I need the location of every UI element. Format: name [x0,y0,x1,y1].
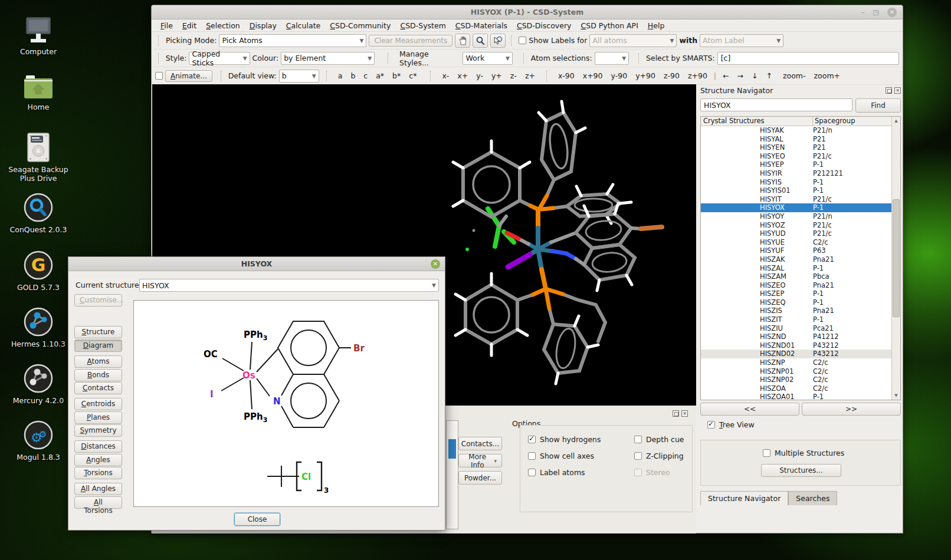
structure-row-hisyud[interactable]: HISYUDP21/c [701,229,900,238]
dialog-button-symmetry[interactable]: Symmetry [74,424,122,437]
style-set-select[interactable]: Work▼ [463,52,513,65]
structure-row-hisyen[interactable]: HISYENP21 [701,143,900,152]
colour-select[interactable]: by Element▼ [281,52,375,65]
translate-z[interactable]: z+ [521,71,539,81]
structure-row-hiszep[interactable]: HISZEPP-1 [701,289,900,298]
previous-structure-button[interactable]: << [700,403,799,416]
multiple-structures-checkbox[interactable] [763,449,770,457]
view-axis-b[interactable]: b [346,71,359,81]
structure-row-hiszis[interactable]: HISZISPna21 [701,307,900,315]
structure-row-hisyis[interactable]: HISYISP-1 [701,178,900,187]
dialog-close-icon[interactable]: ✕ [431,259,440,269]
structure-row-hisyis01[interactable]: HISYIS01P-1 [701,186,900,195]
zoom[interactable]: zoom+ [810,71,845,81]
structure-row-hisyal[interactable]: HISYALP21 [701,135,900,144]
show-labels-checkbox[interactable] [519,37,526,44]
more-info-button[interactable]: More Info▾ [458,454,502,467]
tab-structure-navigator[interactable]: Structure Navigator [700,491,788,505]
menu-csd-system[interactable]: CSD-System [396,20,450,31]
structure-row-hiszak[interactable]: HISZAKPna21 [701,255,900,264]
structure-row-hisznp01[interactable]: HISZNP01C2/c [701,367,900,376]
dialog-button-torsions[interactable]: Torsions [74,467,122,479]
dialog-button-centroids[interactable]: Centroids [74,398,122,410]
structure-row-hisznp[interactable]: HISZNPC2/c [701,358,900,367]
structure-row-hiszam[interactable]: HISZAMPbca [701,272,900,281]
column-spacegroup[interactable]: Spacegroup [813,117,900,126]
panel-close-icon[interactable]: ✕ [681,410,688,417]
scroll-up-icon[interactable]: ▲ [892,118,900,123]
view-axis-a[interactable]: a [334,71,347,81]
structure-row-hisznp02[interactable]: HISZNP02C2/c [701,375,900,384]
dialog-button-structure[interactable]: Structure [74,326,122,338]
show-cell-axes-checkbox[interactable] [528,452,536,460]
tree-view-checkbox[interactable] [707,421,715,429]
desktop-icon-mogul-1-8-3[interactable]: ⚙⚙Mogul 1.8.3 [0,420,77,462]
navigator-close-icon[interactable]: ✕ [894,87,901,94]
structure-row-hisyoz[interactable]: HISYOZP21/c [701,221,900,230]
depth-cue-checkbox[interactable] [634,436,642,443]
animate-checkbox[interactable] [155,72,163,80]
window-titlebar[interactable]: HISYOX (P-1) - CSD-System – ◳ ✕ [152,5,903,19]
structure-row-hisyit[interactable]: HISYITP21/c [701,195,900,204]
structure-row-hisyoy[interactable]: HISYOYP21/n [701,212,900,221]
next-structure-button[interactable]: >> [802,403,901,416]
dialog-button-planes[interactable]: Planes [74,411,122,424]
structure-row-hiszoa[interactable]: HISZOAC2/c [701,384,900,393]
checkbox-show-hydrogens[interactable]: Show hydrogens [528,435,634,444]
rotate-x-90[interactable]: x-90 [554,71,579,81]
dialog-titlebar[interactable]: HISYOX ✕ [68,257,445,271]
desktop-icon-gold-5-7-3[interactable]: GGOLD 5.7.3 [0,250,77,292]
desktop-icon-home[interactable]: Home [0,74,77,111]
atom-selections-select[interactable]: ▼ [595,52,629,65]
rotate-arrow-[interactable]: ← [719,71,733,81]
minimize-icon[interactable]: – [861,9,865,15]
menu-selection[interactable]: Selection [202,20,244,31]
view-axis-b[interactable]: b* [388,71,405,81]
dialog-button-all-torsions[interactable]: All Torsions [74,496,122,509]
structure-row-hisyue[interactable]: HISYUEC2/c [701,238,900,247]
default-view-select[interactable]: b▼ [279,70,319,83]
label-atoms-checkbox[interactable] [528,469,536,476]
maximize-icon[interactable]: ◳ [873,9,879,15]
dialog-close-button[interactable]: Close [234,513,280,526]
pick-cursor-icon[interactable] [490,34,506,48]
find-button[interactable]: Find [855,98,901,113]
dialog-button-angles[interactable]: Angles [74,454,122,466]
translate-y[interactable]: y- [472,71,487,81]
dialog-button-distances[interactable]: Distances [74,440,122,453]
structure-row-hisyep[interactable]: HISYEPP-1 [701,160,900,169]
menu-help[interactable]: Help [644,20,669,31]
translate-x[interactable]: x- [438,71,453,81]
checkbox-show-cell-axes[interactable]: Show cell axes [528,452,634,460]
zoom-tool-icon[interactable] [473,34,488,48]
structure-row-hisznd[interactable]: HISZNDP41212 [701,332,900,341]
menu-edit[interactable]: Edit [178,20,201,31]
dialog-button-contacts[interactable]: Contacts [74,382,122,394]
menu-file[interactable]: File [156,20,177,31]
desktop-icon-seagate-backup-plus-drive[interactable]: Seagate Backup Plus Drive [0,132,77,183]
current-structure-select[interactable]: HISYOX▼ [139,279,439,292]
animate-button[interactable]: Animate... [165,70,212,82]
menu-csd-materials[interactable]: CSD-Materials [451,20,511,31]
checkbox-label-atoms[interactable]: Label atoms [528,468,634,477]
view-axis-c[interactable]: c [359,71,372,81]
menu-csd-discovery[interactable]: CSD-Discovery [513,20,576,31]
structure-row-hiszal[interactable]: HISZALP-1 [701,264,900,273]
structure-row-hiszoa01[interactable]: HISZOA01P-1 [701,393,900,400]
structure-row-hiszeq[interactable]: HISZEQP-1 [701,298,900,307]
column-crystal-structures[interactable]: Crystal Structures [701,117,813,126]
smarts-input[interactable]: [c] [717,52,899,65]
navigator-search-input[interactable]: HISYOX [700,98,852,111]
structure-row-hisyak[interactable]: HISYAKP21/n [701,126,900,135]
menu-calculate[interactable]: Calculate [282,20,324,31]
view-axis-a[interactable]: a* [372,71,388,81]
manage-styles-button[interactable]: Manage Styles... [395,49,460,68]
rotate-arrow-[interactable]: ↓ [747,71,762,81]
translate-y[interactable]: y+ [487,71,506,81]
rotate-arrow-[interactable]: → [733,71,747,81]
pan-hand-icon[interactable] [455,34,470,48]
powder-button[interactable]: Powder... [458,471,502,485]
translate-x[interactable]: x+ [453,71,472,81]
desktop-icon-computer[interactable]: Computer [0,17,77,56]
rotate-y-90[interactable]: y+90 [631,71,660,81]
